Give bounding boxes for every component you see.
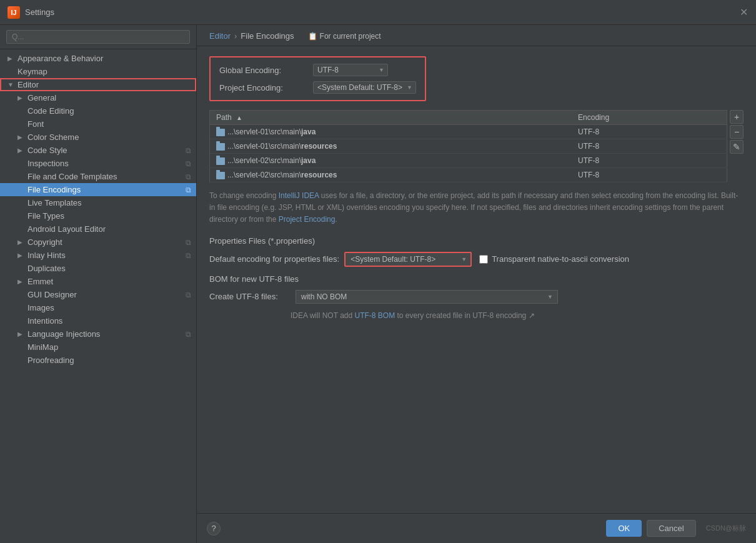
sidebar-item-keymap[interactable]: Keymap: [0, 65, 196, 78]
sidebar-item-label-minimap: MiniMap: [27, 342, 58, 352]
table-row[interactable]: ...\servlet-01\src\main\resourcesUTF-8: [210, 139, 727, 154]
footer: ? OK Cancel CSDN@标脉: [197, 513, 756, 543]
sidebar-item-label-font: Font: [27, 119, 44, 129]
global-encoding-select[interactable]: UTF-8UTF-16ISO-8859-1windows-1252: [313, 64, 388, 76]
breadcrumb-separator: ›: [234, 31, 237, 41]
table-side-buttons: + − ✎: [730, 110, 744, 190]
path-cell: ...\servlet-01\src\main\resources: [210, 139, 572, 154]
global-encoding-label: Global Encoding:: [219, 66, 313, 75]
properties-encoding-select-wrapper: <System Default: UTF-8>UTF-8UTF-16: [344, 252, 472, 267]
breadcrumb-current: File Encodings: [241, 31, 294, 41]
path-bold: resources: [301, 142, 337, 151]
ok-button[interactable]: OK: [606, 520, 642, 537]
properties-section: Properties Files (*.properties) Default …: [209, 236, 744, 267]
sidebar-item-inspections[interactable]: Inspections⧉: [0, 157, 196, 170]
sidebar-item-color-scheme[interactable]: ▶Color Scheme: [0, 131, 196, 144]
sort-arrow: ▲: [236, 114, 242, 121]
encoding-column-header: Encoding: [572, 111, 727, 125]
sidebar-item-android-layout[interactable]: Android Layout Editor: [0, 222, 196, 236]
bom-link[interactable]: UTF-8 BOM: [354, 311, 395, 320]
properties-encoding-select[interactable]: <System Default: UTF-8>UTF-8UTF-16: [346, 253, 470, 266]
table-row[interactable]: ...\servlet-01\src\main\javaUTF-8: [210, 125, 727, 139]
sidebar-item-label-intentions: Intentions: [27, 316, 62, 326]
sidebar-item-file-encodings[interactable]: File Encodings⧉: [0, 183, 196, 196]
native-to-ascii-checkbox-row: Transparent native-to-ascii conversion: [479, 254, 629, 264]
sidebar-item-label-inlay-hints: Inlay Hints: [27, 251, 66, 260]
sidebar-item-language-injections[interactable]: ▶Language Injections⧉: [0, 327, 196, 341]
sidebar-item-label-appearance: Appearance & Behavior: [17, 54, 103, 63]
path-table: Path ▲ Encoding ...\servlet-01\src\main\…: [209, 110, 727, 182]
bom-create-row: Create UTF-8 files: with NO BOMwith BOMw…: [209, 290, 744, 304]
breadcrumb-parent[interactable]: Editor: [209, 31, 231, 41]
help-button[interactable]: ?: [207, 522, 221, 536]
path-bold: resources: [301, 171, 337, 179]
sidebar-item-code-style[interactable]: ▶Code Style⧉: [0, 144, 196, 157]
sidebar-item-copyright[interactable]: ▶Copyright⧉: [0, 236, 196, 249]
search-input[interactable]: [6, 30, 190, 44]
sidebar-item-editor[interactable]: ▼Editor: [0, 78, 196, 91]
path-column-header[interactable]: Path ▲: [210, 111, 572, 125]
sidebar-item-label-keymap: Keymap: [17, 67, 47, 76]
path-cell: ...\servlet-01\src\main\java: [210, 125, 572, 139]
sidebar-item-duplicates[interactable]: Duplicates: [0, 262, 196, 275]
path-bold: java: [301, 127, 316, 136]
sidebar-item-label-general: General: [27, 93, 56, 102]
intellij-link[interactable]: IntelliJ IDEA: [279, 191, 319, 200]
properties-encoding-row: Default encoding for properties files: <…: [209, 252, 744, 267]
native-to-ascii-checkbox[interactable]: [479, 255, 488, 264]
project-encoding-row: Project Encoding: <System Default: UTF-8…: [219, 81, 416, 94]
folder-icon: [216, 157, 225, 165]
sidebar: ▶Appearance & BehaviorKeymap▼Editor▶Gene…: [0, 25, 197, 543]
sidebar-item-proofreading[interactable]: Proofreading: [0, 354, 196, 367]
sidebar-item-label-color-scheme: Color Scheme: [27, 132, 79, 142]
sidebar-tree: ▶Appearance & BehaviorKeymap▼Editor▶Gene…: [0, 49, 196, 543]
copy-icon-gui-designer: ⧉: [186, 291, 191, 299]
sidebar-item-label-copyright: Copyright: [27, 237, 62, 247]
global-encoding-row: Global Encoding: UTF-8UTF-16ISO-8859-1wi…: [219, 64, 416, 76]
content-panel: Editor › File Encodings 📋 For current pr…: [197, 25, 756, 543]
copy-icon-copyright: ⧉: [186, 238, 191, 247]
sidebar-item-intentions[interactable]: Intentions: [0, 314, 196, 327]
sidebar-item-file-types[interactable]: File Types: [0, 209, 196, 222]
sidebar-item-label-proofreading: Proofreading: [27, 356, 74, 365]
project-encoding-link[interactable]: Project Encoding: [279, 215, 336, 224]
encoding-cell: UTF-8: [572, 125, 727, 139]
sidebar-item-images[interactable]: Images: [0, 301, 196, 314]
folder-icon: [216, 172, 225, 179]
bom-select[interactable]: with NO BOMwith BOMwith BOM if there is …: [296, 290, 558, 304]
properties-section-title: Properties Files (*.properties): [209, 236, 744, 246]
project-encoding-select[interactable]: <System Default: UTF-8>UTF-8UTF-16: [313, 81, 416, 94]
bom-section-title: BOM for new UTF-8 files: [209, 274, 744, 284]
for-project-link[interactable]: 📋 For current project: [308, 32, 381, 41]
encoding-cell: UTF-8: [572, 168, 727, 182]
table-row[interactable]: ...\servlet-02\src\main\javaUTF-8: [210, 154, 727, 168]
sidebar-item-label-duplicates: Duplicates: [27, 264, 66, 273]
path-bold: java: [301, 156, 316, 165]
sidebar-item-label-file-code-templates: File and Code Templates: [27, 172, 117, 181]
encoding-form: Global Encoding: UTF-8UTF-16ISO-8859-1wi…: [209, 56, 426, 101]
copy-icon-inspections: ⧉: [186, 159, 191, 168]
table-row[interactable]: ...\servlet-02\src\main\resourcesUTF-8: [210, 168, 727, 182]
info-text: To change encoding IntelliJ IDEA uses fo…: [209, 190, 744, 226]
remove-path-button[interactable]: −: [730, 125, 744, 139]
add-path-button[interactable]: +: [730, 110, 744, 124]
sidebar-item-appearance[interactable]: ▶Appearance & Behavior: [0, 52, 196, 65]
copy-icon-code-style: ⧉: [186, 146, 191, 155]
sidebar-item-font[interactable]: Font: [0, 117, 196, 131]
cancel-button[interactable]: Cancel: [647, 520, 695, 537]
sidebar-item-emmet[interactable]: ▶Emmet: [0, 275, 196, 288]
sidebar-item-file-code-templates[interactable]: File and Code Templates⧉: [0, 170, 196, 183]
arrow-icon-appearance: ▶: [7, 55, 16, 62]
close-button[interactable]: ✕: [739, 7, 749, 17]
sidebar-item-general[interactable]: ▶General: [0, 91, 196, 104]
sidebar-item-code-editing[interactable]: Code Editing: [0, 104, 196, 117]
sidebar-item-inlay-hints[interactable]: ▶Inlay Hints⧉: [0, 249, 196, 262]
settings-window: IJ Settings ✕ ▶Appearance & BehaviorKeym…: [0, 0, 756, 543]
sidebar-item-gui-designer[interactable]: GUI Designer⧉: [0, 288, 196, 301]
path-table-container: Path ▲ Encoding ...\servlet-01\src\main\…: [209, 110, 744, 190]
watermark: CSDN@标脉: [706, 524, 746, 533]
sidebar-item-label-gui-designer: GUI Designer: [27, 290, 77, 299]
sidebar-item-minimap[interactable]: MiniMap: [0, 341, 196, 354]
edit-path-button[interactable]: ✎: [730, 140, 744, 154]
sidebar-item-live-templates[interactable]: Live Templates: [0, 196, 196, 209]
